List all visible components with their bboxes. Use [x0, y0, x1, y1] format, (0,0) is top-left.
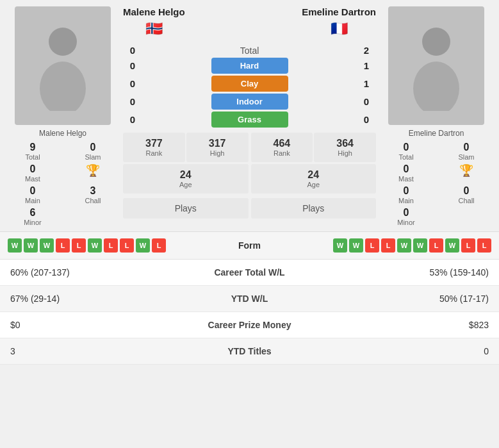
- left-total-label: Total: [25, 153, 40, 161]
- grass-btn[interactable]: Grass: [211, 112, 288, 128]
- center-col: Malene Helgo 🇳🇴 Emeline Dartron 🇫🇷 0 Tot…: [123, 6, 376, 226]
- stat-row-label: YTD W/L: [186, 294, 314, 304]
- top-comparison: Malene Helgo 9 Total 0 Slam 0 Mast 🏆: [0, 0, 499, 226]
- right-high-val: 364: [316, 138, 373, 149]
- hard-btn[interactable]: Hard: [211, 58, 288, 74]
- stat-row-label: Career Prize Money: [186, 320, 314, 330]
- left-trophy-cell: 🏆: [65, 163, 120, 183]
- left-minor-label: Minor: [24, 219, 42, 226]
- stat-row-right-value: $823: [314, 320, 489, 330]
- form-row: WWWLLWLLWL Form WWLLWWLWLL: [0, 232, 499, 260]
- left-age-val: 24: [126, 169, 246, 181]
- right-main-value: 0: [404, 185, 409, 197]
- svg-point-3: [413, 62, 459, 111]
- right-high-lbl: High: [316, 149, 373, 157]
- left-slam-label: Slam: [85, 153, 101, 161]
- left-rank-high: 377 Rank 317 High: [123, 133, 249, 162]
- stat-row-right-value: 50% (17-17): [314, 294, 489, 304]
- form-badge-left: L: [72, 238, 86, 253]
- left-form-badges: WWWLLWLLWL: [8, 238, 205, 253]
- left-rha: 377 Rank 317 High 24 Age Plays: [123, 133, 249, 219]
- right-rank-lbl: Rank: [254, 149, 311, 157]
- rank-age-row: 377 Rank 317 High 24 Age Plays: [123, 133, 376, 219]
- left-player-name: Malene Helgo: [39, 129, 86, 138]
- stat-row-left-value: 3: [10, 346, 186, 356]
- right-chall-label: Chall: [458, 197, 474, 204]
- right-plays-val: Plays: [254, 203, 374, 213]
- left-minor-value: 6: [30, 207, 36, 219]
- right-rha: 464 Rank 364 High 24 Age Plays: [251, 133, 377, 219]
- left-trophy-icon: 🏆: [86, 163, 100, 178]
- grass-row: 0 Grass 0: [123, 112, 376, 128]
- left-chall-value: 3: [90, 185, 96, 197]
- left-hard-score: 0: [123, 60, 142, 71]
- left-mast-cell: 0 Mast: [5, 163, 60, 183]
- surface-container: 0 Total 2 0 Hard 1 0 Clay 1 0: [123, 45, 376, 128]
- right-main-cell: 0 Main: [379, 185, 434, 204]
- left-minor-cell: 6 Minor: [5, 207, 60, 226]
- right-stats-grid: 0 Total 0 Slam 0 Mast 🏆 0 Main: [379, 142, 494, 226]
- left-main-label: Main: [25, 197, 40, 204]
- form-label: Form: [205, 240, 295, 251]
- form-badge-right: W: [333, 238, 347, 253]
- form-badge-left: W: [136, 238, 150, 253]
- right-rank-val: 464: [254, 138, 311, 149]
- left-rank-box: 377 Rank: [123, 133, 185, 162]
- right-age-lbl: Age: [254, 181, 374, 188]
- clay-btn[interactable]: Clay: [211, 76, 288, 92]
- right-total-value: 0: [404, 142, 409, 153]
- right-main-label: Main: [398, 197, 414, 204]
- names-flags-row: Malene Helgo 🇳🇴 Emeline Dartron 🇫🇷: [123, 6, 376, 45]
- right-slam-value: 0: [464, 142, 470, 153]
- left-rank-val: 377: [126, 138, 183, 149]
- left-total-cell: 9 Total: [5, 142, 60, 161]
- stat-row: $0Career Prize Money$823: [0, 312, 499, 338]
- left-name-flag: Malene Helgo 🇳🇴: [123, 6, 185, 37]
- stat-row-label: YTD Titles: [186, 346, 314, 356]
- stat-row-right-value: 0: [314, 346, 489, 356]
- hard-row: 0 Hard 1: [123, 58, 376, 74]
- stat-row-left-value: 67% (29-14): [10, 294, 186, 304]
- form-badge-right: L: [461, 238, 475, 253]
- right-minor-value: 0: [404, 207, 409, 219]
- right-minor-cell: 0 Minor: [379, 207, 434, 226]
- right-mast-value: 0: [404, 163, 409, 175]
- right-rank-box: 464 Rank: [251, 133, 313, 162]
- form-badge-right: W: [397, 238, 411, 253]
- right-total-cell: 0 Total: [379, 142, 434, 161]
- left-main-value: 0: [30, 185, 36, 197]
- stat-rows-container: 60% (207-137)Career Total W/L53% (159-14…: [0, 260, 499, 365]
- indoor-btn[interactable]: Indoor: [211, 94, 288, 110]
- stat-row: 60% (207-137)Career Total W/L53% (159-14…: [0, 260, 499, 286]
- right-total-label: Total: [398, 153, 413, 161]
- form-badge-left: L: [152, 238, 166, 253]
- form-badge-right: L: [477, 238, 491, 253]
- stat-row-right-value: 53% (159-140): [314, 267, 489, 278]
- clay-row: 0 Clay 1: [123, 76, 376, 92]
- right-chall-cell: 0 Chall: [439, 185, 494, 204]
- stat-row: 3YTD Titles0: [0, 338, 499, 365]
- form-badge-right: L: [429, 238, 443, 253]
- right-age-box: 24 Age: [251, 164, 377, 194]
- stat-row-left-value: $0: [10, 320, 186, 330]
- right-hard-score: 1: [357, 60, 376, 71]
- left-rank-lbl: Rank: [126, 149, 183, 157]
- right-player-name: Emeline Dartron: [409, 129, 464, 138]
- svg-point-0: [49, 28, 77, 56]
- form-badge-left: W: [24, 238, 38, 253]
- left-main-cell: 0 Main: [5, 185, 60, 204]
- right-form-badges: WWLLWWLWLL: [295, 238, 492, 253]
- total-label: Total: [142, 46, 357, 56]
- right-age-val: 24: [254, 169, 374, 181]
- stat-row-left-value: 60% (207-137): [10, 267, 186, 278]
- right-chall-value: 0: [464, 185, 470, 197]
- right-rank-high: 464 Rank 364 High: [251, 133, 377, 162]
- right-total-score: 2: [357, 45, 376, 56]
- form-badge-right: W: [349, 238, 363, 253]
- left-chall-cell: 3 Chall: [65, 185, 120, 204]
- right-indoor-score: 0: [357, 96, 376, 107]
- left-high-val: 317: [189, 138, 246, 149]
- left-mast-label: Mast: [25, 175, 40, 183]
- right-slam-cell: 0 Slam: [439, 142, 494, 161]
- form-badge-right: L: [365, 238, 379, 253]
